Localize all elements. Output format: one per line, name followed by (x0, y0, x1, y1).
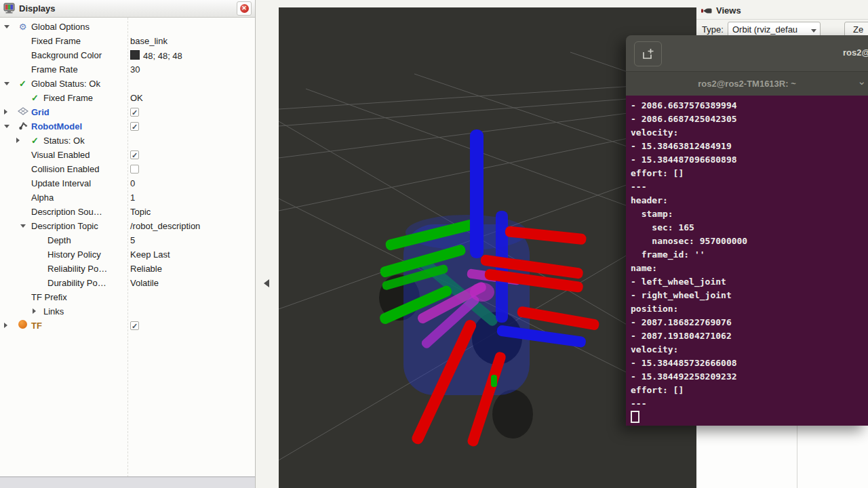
tree-row-history-policy[interactable]: History PolicyKeep Last (0, 247, 255, 262)
property-value[interactable]: OK (130, 93, 143, 103)
property-checkbox-checked[interactable]: ✓ (130, 108, 139, 117)
expander-open-icon[interactable] (4, 82, 9, 85)
tree-row-global-options[interactable]: ⚙Global Options (0, 20, 255, 34)
tree-row-collision-enabled[interactable]: Collision Enabled (0, 162, 255, 176)
tree-row-description-sou[interactable]: Description Sou…Topic (0, 205, 255, 219)
views-panel-icon (701, 6, 712, 16)
property-checkbox-checked[interactable]: ✓ (130, 150, 139, 159)
tree-row-links[interactable]: Links (0, 304, 255, 319)
tree-row-durability-po[interactable]: Durability Po…Volatile (0, 276, 255, 290)
caster-wheel (492, 390, 533, 439)
tree-row-status-ok[interactable]: ✓Status: Ok (0, 134, 255, 148)
expander-closed-icon[interactable] (4, 109, 7, 115)
property-value[interactable]: Volatile (130, 278, 159, 288)
gear-icon: ⚙ (17, 21, 28, 33)
tree-row-frame-rate[interactable]: Frame Rate30 (0, 62, 255, 77)
property-label: Durability Po… (47, 278, 106, 288)
check-icon: ✓ (17, 78, 28, 89)
property-label: Fixed Frame (31, 36, 81, 46)
property-checkbox-unchecked[interactable] (130, 165, 139, 174)
tree-row-fixed-frame[interactable]: Fixed Framebase_link (0, 34, 255, 48)
terminal-output: - 2086.6637576389994 - 2086.668742504230… (626, 96, 868, 425)
property-value[interactable]: 0 (130, 178, 135, 188)
expander-open-icon[interactable] (4, 125, 9, 128)
property-label: Global Options (31, 22, 90, 32)
terminal-body[interactable]: - 2086.6637576389994 - 2086.668742504230… (626, 96, 868, 426)
property-value[interactable]: base_link (130, 36, 167, 46)
property-value[interactable]: 5 (130, 235, 135, 245)
property-label: RobotModel (31, 121, 82, 131)
expander-closed-icon[interactable] (33, 308, 36, 314)
expander-closed-icon[interactable] (16, 138, 20, 143)
tree-row-tf-prefix[interactable]: TF Prefix (0, 290, 255, 304)
property-label: Description Sou… (31, 207, 102, 217)
tree-row-reliability-po[interactable]: Reliability Po…Reliable (0, 262, 255, 276)
tree-row-depth[interactable]: Depth5 (0, 233, 255, 247)
tree-row-fixed-frame[interactable]: ✓Fixed FrameOK (0, 91, 255, 105)
tree-row-alpha[interactable]: Alpha1 (0, 190, 255, 205)
tree-row-description-topic[interactable]: Description Topic/robot_description (0, 219, 255, 233)
tree-row-grid[interactable]: Grid✓ (0, 105, 255, 119)
property-value[interactable]: Reliable (130, 264, 162, 274)
terminal-window[interactable]: ros2@ ros2@ros2-TM1613R: ~ ⌄ - 2086.6637… (626, 35, 868, 426)
property-label: TF (31, 321, 42, 331)
expander-open-icon[interactable] (4, 25, 9, 28)
property-label: Fixed Frame (43, 93, 93, 103)
property-label: Depth (47, 235, 71, 245)
tree-row-global-status-ok[interactable]: ✓Global Status: Ok (0, 77, 255, 91)
chevron-down-icon (811, 29, 816, 33)
panel-gutter (256, 0, 279, 488)
displays-panel-title: Displays (19, 3, 55, 14)
property-checkbox-checked[interactable]: ✓ (130, 122, 139, 131)
new-tab-button[interactable] (634, 41, 662, 66)
property-label: Alpha (31, 192, 54, 203)
property-value[interactable]: Topic (130, 207, 151, 217)
property-checkbox-checked[interactable]: ✓ (130, 321, 139, 330)
property-value[interactable]: /robot_description (130, 221, 200, 231)
expander-open-icon[interactable] (20, 224, 26, 228)
property-label: Status: Ok (43, 136, 85, 146)
close-icon: ✕ (240, 4, 249, 13)
tree-row-update-interval[interactable]: Update Interval0 (0, 176, 255, 190)
property-label: TF Prefix (31, 292, 67, 302)
displays-panel: Displays ✕ ⚙Global OptionsFixed Framebas… (0, 0, 256, 488)
property-value[interactable]: Keep Last (130, 249, 170, 260)
tab-chevron-down-icon[interactable]: ⌄ (857, 75, 866, 87)
property-label: History Policy (47, 249, 101, 260)
tf-origin (470, 283, 494, 302)
grid-icon (17, 106, 28, 118)
check-icon: ✓ (29, 92, 41, 104)
property-label: Global Status: Ok (31, 79, 100, 89)
tree-row-background-color[interactable]: Background Color48; 48; 48 (0, 48, 255, 62)
expander-closed-icon[interactable] (4, 323, 7, 328)
property-value[interactable]: 30 (130, 64, 140, 75)
displays-panel-header: Displays ✕ (0, 0, 255, 18)
type-label: Type: (702, 24, 724, 35)
tree-row-visual-enabled[interactable]: Visual Enabled✓ (0, 148, 255, 162)
panel-collapse-handle[interactable] (264, 279, 269, 287)
property-label: Description Topic (31, 221, 98, 231)
tf-icon (17, 320, 28, 331)
close-panel-button[interactable]: ✕ (237, 1, 252, 16)
displays-panel-button-row (0, 476, 255, 488)
property-label: Background Color (31, 50, 102, 60)
check-icon: ✓ (29, 135, 41, 146)
property-label: Frame Rate (31, 64, 78, 75)
views-panel-header: Views (696, 2, 868, 20)
view-type-value: Orbit (rviz_defau (732, 24, 797, 35)
displays-tree: ⚙Global OptionsFixed Framebase_linkBackg… (0, 18, 255, 477)
property-value[interactable]: 48; 48; 48 (130, 50, 182, 61)
tree-row-tf[interactable]: TF✓ (0, 319, 255, 333)
displays-panel-icon (3, 3, 15, 14)
terminal-tab-bar[interactable]: ros2@ros2-TM1613R: ~ ⌄ (626, 71, 868, 96)
property-label: Visual Enabled (31, 150, 90, 160)
terminal-header[interactable]: ros2@ (626, 35, 868, 71)
tree-row-robotmodel[interactable]: RobotModel✓ (0, 119, 255, 134)
axis-z-1 (470, 129, 484, 258)
color-swatch (130, 50, 140, 60)
property-label: Reliability Po… (47, 264, 107, 274)
robot-arm-icon (17, 121, 28, 133)
terminal-cursor (631, 411, 639, 423)
property-label: Collision Enabled (31, 164, 99, 174)
property-value[interactable]: 1 (130, 192, 135, 203)
